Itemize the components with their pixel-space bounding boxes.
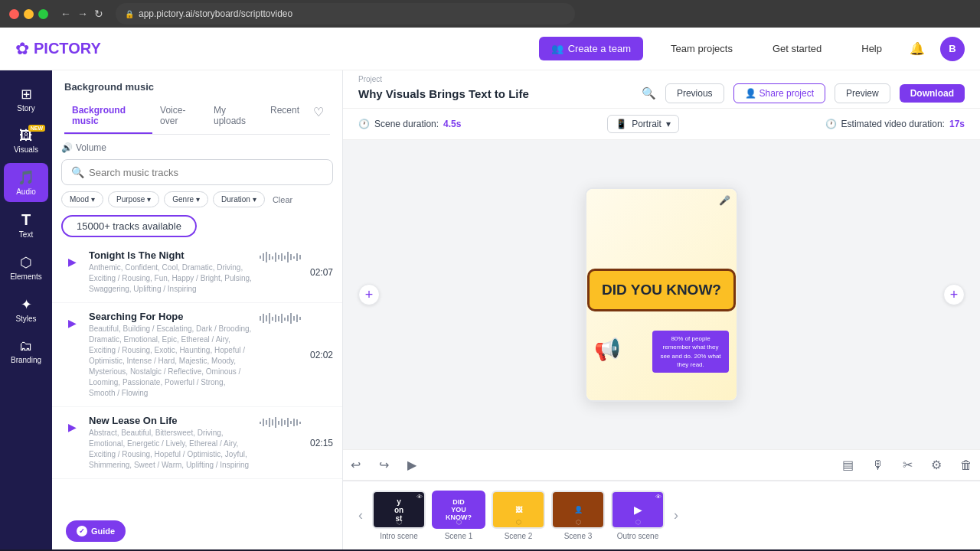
branding-icon: 🗂 [19, 338, 33, 354]
svg-rect-15 [263, 314, 264, 323]
canvas-area: + 🎤 DID YOU KNOW? 📢 80% of people rememb… [343, 140, 980, 449]
track-item[interactable]: ▶ Tonight Is The Night Anthemic, Confide… [52, 242, 342, 303]
previous-button[interactable]: Previous [665, 83, 724, 103]
preview-button[interactable]: Preview [835, 83, 890, 103]
main-layout: ⊞ Story 🖼 Visuals NEW 🎵 Audio T Text ⬡ E… [0, 70, 980, 549]
svg-rect-8 [284, 256, 286, 259]
play-button-2[interactable]: ▶ [61, 312, 83, 334]
svg-rect-13 [299, 255, 301, 259]
popup-text: 80% of people remember what they see and… [652, 331, 729, 373]
svg-rect-29 [263, 419, 264, 426]
timeline-scene-3[interactable]: 👤 ⬡ Scene 3 [551, 491, 605, 540]
search-box: 🔍 [61, 159, 333, 185]
track-tags-1: Anthemic, Confident, Cool, Dramatic, Dri… [89, 262, 252, 295]
timeline-scene-1[interactable]: DIDYOUKNOW? ⬡ Scene 1 [432, 491, 485, 540]
notification-icon[interactable]: 🔔 [910, 41, 925, 56]
timeline-next-button[interactable]: › [671, 504, 681, 527]
canvas-bottom-toolbar: ↩ ↪ ▶ ▤ 🎙 ✂ ⚙ 🗑 [343, 449, 980, 481]
genre-filter[interactable]: Genre ▾ [164, 191, 208, 207]
tab-my-uploads[interactable]: My uploads [206, 99, 263, 134]
svg-rect-30 [266, 420, 267, 425]
audio-panel: Background music Background music Voice-… [52, 70, 343, 549]
eye-icon-outro: 👁 [655, 494, 662, 500]
sidebar-item-elements[interactable]: ⬡ Elements [4, 248, 48, 287]
tab-background-music[interactable]: Background music [64, 99, 152, 134]
url-bar[interactable]: 🔒 app.pictory.ai/storyboard/scripttovide… [116, 3, 575, 24]
get-started-button[interactable]: Get started [760, 37, 834, 60]
search-container: 🔍 [52, 159, 342, 185]
settings-button[interactable]: ⚙ [928, 455, 945, 475]
canvas-frame: 🎤 DID YOU KNOW? 📢 80% of people remember… [585, 187, 738, 402]
purpose-filter[interactable]: Purpose ▾ [108, 191, 159, 207]
sidebar-item-visuals[interactable]: 🖼 Visuals NEW [4, 122, 48, 160]
avatar[interactable]: B [940, 37, 965, 61]
svg-rect-34 [278, 421, 279, 425]
portrait-selector[interactable]: 📱 Portrait ▾ [607, 115, 679, 133]
track-duration-1: 02:07 [310, 267, 333, 278]
eye-icon: 👁 [416, 494, 423, 500]
svg-rect-31 [269, 418, 270, 427]
captions-button[interactable]: ▤ [839, 455, 857, 475]
maximize-button[interactable] [38, 9, 48, 19]
undo-button[interactable]: ↩ [348, 455, 364, 475]
svg-rect-39 [293, 419, 295, 426]
timeline-scene-outro[interactable]: ▶ 👁 ⬡ Outro scene [611, 491, 665, 540]
svg-rect-27 [299, 317, 301, 320]
svg-rect-38 [290, 421, 292, 424]
tab-recent[interactable]: Recent [263, 99, 307, 134]
clear-filters-button[interactable]: Clear [270, 192, 296, 207]
tab-voiceover[interactable]: Voice-over [152, 99, 206, 134]
refresh-button[interactable]: ↻ [94, 8, 103, 20]
estimated-duration: 🕐 Estimated video duration: 17s [825, 119, 965, 129]
svg-rect-33 [275, 417, 276, 428]
search-icon-header[interactable]: 🔍 [642, 86, 656, 100]
track-duration-3: 02:15 [310, 438, 333, 448]
share-project-button[interactable]: 👤 Share project [733, 83, 825, 103]
scissors-button[interactable]: ✂ [900, 455, 916, 475]
team-projects-button[interactable]: Team projects [658, 37, 745, 60]
track-item[interactable]: ▶ New Lease On Life Abstract, Beautiful,… [52, 407, 342, 479]
play-button-1[interactable]: ▶ [61, 251, 83, 272]
sidebar-item-text[interactable]: T Text [4, 205, 48, 245]
timeline-scene-intro[interactable]: yonst 👁 ⬡ Intro scene [372, 491, 426, 540]
redo-button[interactable]: ↪ [376, 455, 392, 475]
logo-icon: ✿ [15, 39, 29, 59]
mic-button[interactable]: 🎙 [869, 455, 887, 475]
track-title-1: Tonight Is The Night [89, 249, 252, 261]
sidebar-item-branding[interactable]: 🗂 Branding [4, 332, 48, 370]
search-input[interactable] [89, 167, 323, 178]
guide-button[interactable]: ✓ Guide [66, 520, 126, 542]
favorites-tab[interactable]: ♡ [307, 99, 330, 134]
timeline-prev-button[interactable]: ‹ [355, 504, 366, 527]
download-button[interactable]: Download [900, 84, 965, 103]
help-button[interactable]: Help [849, 37, 894, 60]
back-button[interactable]: ← [60, 8, 71, 20]
duration-value: 4.5s [443, 119, 461, 129]
svg-rect-18 [272, 317, 273, 321]
duration-filter[interactable]: Duration ▾ [213, 191, 265, 207]
timeline-scene-2[interactable]: 🖼 ⬡ Scene 2 [492, 491, 545, 540]
sidebar-elements-label: Elements [10, 272, 42, 281]
play-button-3[interactable]: ▶ [61, 416, 83, 438]
mood-filter[interactable]: Mood ▾ [61, 191, 103, 207]
scene-label-outro: Outro scene [617, 532, 658, 540]
svg-rect-35 [281, 419, 283, 426]
sidebar-item-audio[interactable]: 🎵 Audio [4, 163, 48, 202]
panel-header: Background music Background music Voice-… [52, 70, 342, 135]
sidebar-item-story[interactable]: ⊞ Story [4, 80, 48, 119]
sidebar-item-styles[interactable]: ✦ Styles [4, 290, 48, 329]
add-scene-left-button[interactable]: + [358, 284, 380, 305]
volume-button[interactable]: 🔊 Volume [61, 142, 333, 153]
minimize-button[interactable] [24, 9, 34, 19]
play-button[interactable]: ▶ [404, 455, 420, 475]
svg-rect-10 [290, 254, 292, 260]
track-item[interactable]: ▶ Searching For Hope Beautiful, Building… [52, 303, 342, 407]
svg-rect-17 [269, 313, 270, 324]
create-team-button[interactable]: 👥 Create a team [539, 37, 643, 60]
add-scene-right-button[interactable]: + [943, 284, 965, 305]
estimated-value: 17s [949, 119, 965, 129]
delete-button[interactable]: 🗑 [957, 455, 975, 475]
scene-label-2: Scene 2 [505, 532, 533, 540]
forward-button[interactable]: → [77, 8, 88, 20]
close-button[interactable] [9, 9, 19, 19]
